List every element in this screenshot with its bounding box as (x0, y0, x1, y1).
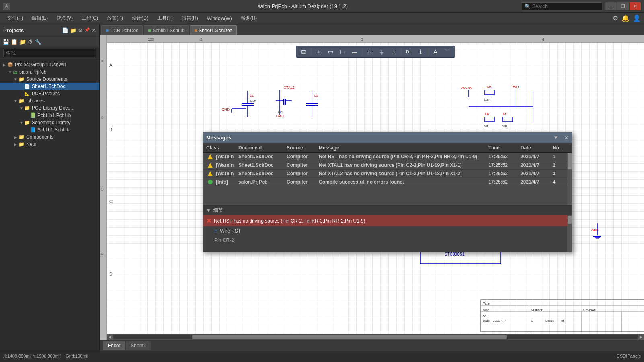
msg-doc: salon.PrjPcb (238, 179, 287, 185)
message-row-2[interactable]: [Warnin Sheet1.SchDoc Compiler Net XTAL1… (203, 161, 572, 170)
menu-reports[interactable]: 报告(R) (178, 13, 202, 23)
detail-panel: ▼ 细节 ✕ Net RST has no driving source (Pi… (203, 205, 572, 252)
tree-item-pcb-lib-docs[interactable]: ▼ 📁 PCB Library Docu... (0, 104, 99, 112)
menu-help[interactable]: 帮助(H) (237, 13, 261, 23)
tree-item-nets[interactable]: ▶ 📁 Nets (0, 141, 99, 148)
tab-label: PCB.PcbDoc (110, 28, 138, 33)
tree-item-source-docs[interactable]: ▼ 📁 Source Documents (0, 76, 99, 83)
menu-window[interactable]: Window(W) (203, 14, 236, 23)
detail-row-error[interactable]: ✕ Net RST has no driving source (Pin CR-… (203, 215, 572, 226)
detail-scroll-thumb[interactable] (568, 216, 572, 224)
scroll-right-button[interactable]: ▶ (638, 334, 644, 340)
scroll-thumb[interactable] (192, 335, 507, 339)
svg-text:51k: 51k (484, 125, 489, 127)
search-input[interactable] (532, 4, 589, 9)
arc-tool-button[interactable]: ⌒ (442, 47, 453, 57)
tree-item-project-group[interactable]: ▶ 📦 Project Group 1.DsnWrl (0, 61, 99, 68)
tool-separator (428, 48, 428, 55)
tree-item-sheet1[interactable]: 📄 Sheet1.SchDoc (0, 83, 99, 90)
component-tool-button[interactable]: ▬ (349, 47, 360, 57)
scroll-left-button[interactable]: ◀ (107, 334, 113, 340)
notification-icon[interactable]: 🔔 (621, 14, 630, 22)
menu-design[interactable]: 设计(D) (128, 13, 152, 23)
msg-source: Compiler (287, 162, 319, 168)
detail-content: ✕ Net RST has no driving source (Pin CR-… (203, 215, 572, 245)
detail-row-pin[interactable]: Pin CR-2 (203, 236, 572, 245)
tab-pcb[interactable]: ■ PCB.PcbDoc (101, 25, 143, 35)
folder-icon: 📁 (18, 134, 25, 140)
menu-place[interactable]: 放置(P) (103, 13, 127, 23)
maximize-button[interactable]: ❐ (617, 2, 629, 10)
wire-tool-button[interactable]: 〰 (364, 47, 375, 57)
tab-schlib[interactable]: ■ Schlib1.SchLib (144, 25, 189, 35)
text-tool-button[interactable]: A (430, 47, 441, 57)
sidebar-pin-icon[interactable]: 📌 (84, 27, 90, 33)
menu-edit[interactable]: 编辑(E) (28, 13, 52, 23)
content-area: ■ PCB.PcbDoc ■ Schlib1.SchLib ■ Sheet1.S… (100, 24, 644, 351)
align-left-tool-button[interactable]: ⊢ (337, 47, 348, 57)
message-row-3[interactable]: [Warnin Sheet1.SchDoc Compiler Net XTAL2… (203, 170, 572, 178)
select-rect-tool-button[interactable]: ▭ (325, 47, 336, 57)
warn-icon-2 (206, 162, 214, 168)
sidebar-save-icon[interactable]: 💾 (2, 39, 9, 45)
status-bar: X:1400.000mil Y:1900.000mil Grid:100mil … (0, 351, 644, 360)
filter-tool-button[interactable]: ⊟ (298, 47, 309, 57)
open-folder-icon[interactable]: 📁 (70, 27, 76, 33)
svg-text:GND: GND (222, 108, 230, 112)
messages-dialog: Messages ▼ ✕ Class Document Source Messa… (203, 132, 572, 252)
bus-tool-button[interactable]: ≡ (388, 47, 399, 57)
search-box (0, 47, 99, 59)
messages-scrollbar[interactable] (567, 153, 572, 205)
global-search[interactable]: 🔍 (522, 2, 602, 10)
account-icon[interactable]: 👤 (633, 14, 641, 22)
menu-file[interactable]: 文件(F) (3, 13, 27, 23)
messages-pin-icon[interactable]: ▼ (553, 135, 558, 141)
expand-arrow: ▼ (13, 77, 18, 82)
panels-text: CSDIPanels (617, 354, 641, 358)
sheet1-bottom-tab[interactable]: Sheet1 (126, 341, 151, 350)
tab-sheet1[interactable]: ■ Sheet1.SchDoc (190, 25, 237, 35)
sidebar-close-icon[interactable]: ✕ (92, 27, 96, 33)
detail-row-wire[interactable]: ≡ Wire RST (203, 226, 572, 236)
tree-item-pcb[interactable]: 📐 PCB.PcbDoc (0, 90, 99, 97)
tree-item-salon-prjpcb[interactable]: ▼ 🗂 salon.PrjPcb (0, 68, 99, 76)
add-tool-button[interactable]: + (313, 47, 324, 57)
sidebar-gear2-icon[interactable]: ⚙ (28, 39, 33, 45)
tree-item-libraries[interactable]: ▼ 📁 Libraries (0, 97, 99, 104)
svg-text:XTAL1: XTAL1 (276, 115, 284, 117)
power-tool-button[interactable]: ⏚ (376, 47, 387, 57)
sidebar-folder2-icon[interactable]: 📁 (19, 39, 26, 45)
info-tool-button[interactable]: ℹ (415, 47, 426, 57)
tree-item-components[interactable]: ▶ 📁 Components (0, 133, 99, 141)
scroll-track[interactable] (113, 335, 638, 339)
project-search-input[interactable] (3, 49, 96, 57)
schematic-canvas[interactable]: 100 2 3 4 A B C D (100, 35, 644, 340)
detail-scrollbar[interactable] (567, 215, 572, 252)
message-row-4[interactable]: [Info] salon.PrjPcb Compiler Compile suc… (203, 178, 572, 186)
svg-text:2021-4-7: 2021-4-7 (493, 319, 506, 323)
new-doc-icon[interactable]: 📄 (62, 27, 68, 33)
sidebar-copy-icon[interactable]: 📋 (11, 39, 18, 45)
menu-tools[interactable]: 工具(T) (153, 13, 177, 23)
settings-icon[interactable]: ⚙ (613, 14, 618, 22)
tree-item-pcblib1[interactable]: 📗 PcbLib1.PcbLib (0, 112, 99, 119)
detail-title: 细节 (213, 207, 223, 214)
tree-item-schlib1[interactable]: 📘 Schlib1.SchLib (0, 126, 99, 133)
menu-project[interactable]: 工程(C) (78, 13, 102, 23)
close-button[interactable]: ✕ (630, 2, 641, 10)
msg-date: 2021/4/7 (521, 154, 553, 160)
window-title: salon.PrjPcb - Altium Designer (19.1.2) (84, 3, 522, 9)
editor-tab[interactable]: Editor (103, 341, 125, 350)
sidebar-settings2-icon[interactable]: 🔧 (35, 39, 41, 45)
tree-item-schlib[interactable]: ▼ 📁 Schematic Library (0, 119, 99, 126)
minimize-button[interactable]: — (605, 2, 617, 10)
menu-view[interactable]: 视图(V) (53, 13, 77, 23)
message-row-1[interactable]: [Warnin Sheet1.SchDoc Compiler Net RST h… (203, 153, 572, 161)
horizontal-scrollbar[interactable]: ◀ ▶ (107, 334, 644, 340)
folder-icon: 📁 (18, 141, 25, 147)
net-label-tool-button[interactable]: D! (403, 47, 414, 57)
detail-expand-arrow[interactable]: ▼ (206, 208, 211, 213)
messages-scroll-thumb[interactable] (568, 153, 572, 169)
sidebar-settings-icon[interactable]: ⚙ (78, 27, 83, 33)
messages-close-icon[interactable]: ✕ (564, 135, 569, 141)
